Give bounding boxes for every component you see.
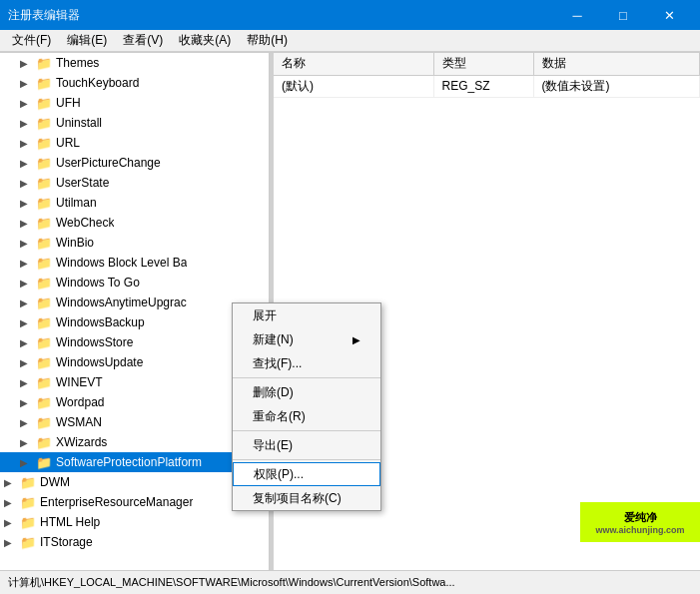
tree-item[interactable]: ▶📁HTML Help	[0, 512, 269, 532]
tree-label: WebCheck	[56, 216, 114, 230]
context-menu-item[interactable]: 展开	[233, 303, 380, 327]
folder-icon: 📁	[20, 475, 36, 490]
col-type: 类型	[433, 53, 533, 75]
cell-data: (数值未设置)	[533, 75, 700, 97]
tree-item[interactable]: ▶📁UserState	[0, 173, 269, 193]
watermark-line1: 爱纯净	[624, 510, 657, 525]
context-menu-item[interactable]: 重命名(R)	[233, 404, 380, 428]
menu-item-a[interactable]: 收藏夹(A)	[171, 30, 239, 51]
tree-item[interactable]: ▶📁URL	[0, 133, 269, 153]
tree-arrow-icon: ▶	[20, 357, 36, 368]
tree-label: URL	[56, 136, 80, 150]
folder-icon: 📁	[20, 515, 36, 530]
tree-label: UFH	[56, 96, 81, 110]
ctx-item-label: 展开	[253, 307, 277, 324]
tree-label: EnterpriseResourceManager	[40, 495, 193, 509]
tree-label: XWizards	[56, 435, 107, 449]
tree-arrow-icon: ▶	[20, 317, 36, 328]
tree-item[interactable]: ▶📁DWM	[0, 472, 269, 492]
window-title: 注册表编辑器	[8, 7, 80, 24]
context-menu-item[interactable]: 权限(P)...	[233, 462, 380, 486]
menu-item-e[interactable]: 编辑(E)	[59, 30, 115, 51]
tree-label: Wordpad	[56, 395, 104, 409]
registry-table: 名称 类型 数据 (默认)REG_SZ(数值未设置)	[274, 53, 700, 98]
tree-item[interactable]: ▶📁EnterpriseResourceManager	[0, 492, 269, 512]
tree-item[interactable]: ▶📁Uninstall	[0, 113, 269, 133]
tree-label: WindowsUpdate	[56, 355, 143, 369]
ctx-item-label: 删除(D)	[253, 384, 294, 401]
ctx-item-label: 权限(P)...	[254, 466, 304, 483]
context-menu-separator	[233, 459, 380, 460]
tree-scroll[interactable]: ▶📁Themes▶📁TouchKeyboard▶📁UFH▶📁Uninstall▶…	[0, 53, 269, 570]
tree-item[interactable]: ▶📁WebCheck	[0, 213, 269, 233]
tree-item[interactable]: ▶📁WindowsStore	[0, 332, 269, 352]
tree-item[interactable]: ▶📁XWizards	[0, 432, 269, 452]
tree-arrow-icon: ▶	[20, 198, 36, 209]
tree-label: DWM	[40, 475, 70, 489]
tree-item[interactable]: ▶📁Wordpad	[0, 392, 269, 412]
tree-panel: ▶📁Themes▶📁TouchKeyboard▶📁UFH▶📁Uninstall▶…	[0, 53, 270, 570]
context-menu-item[interactable]: 删除(D)	[233, 380, 380, 404]
context-menu-item[interactable]: 复制项目名称(C)	[233, 486, 380, 510]
folder-icon: 📁	[36, 56, 52, 71]
tree-item[interactable]: ▶📁Themes	[0, 53, 269, 73]
tree-item[interactable]: ▶📁WinBio	[0, 233, 269, 253]
folder-icon: 📁	[36, 355, 52, 370]
tree-label: HTML Help	[40, 515, 100, 529]
ctx-item-label: 查找(F)...	[253, 355, 302, 372]
tree-arrow-icon: ▶	[20, 297, 36, 308]
tree-arrow-icon: ▶	[20, 377, 36, 388]
tree-item[interactable]: ▶📁Windows To Go	[0, 273, 269, 293]
folder-icon: 📁	[36, 415, 52, 430]
maximize-button[interactable]: □	[600, 0, 646, 30]
cell-name: (默认)	[274, 75, 433, 97]
tree-item[interactable]: ▶📁WindowsBackup	[0, 312, 269, 332]
context-menu-item[interactable]: 新建(N)▶	[233, 327, 380, 351]
tree-label: WINEVT	[56, 375, 103, 389]
tree-item[interactable]: ▶📁WindowsAnytimeUpgrac	[0, 293, 269, 312]
tree-arrow-icon: ▶	[4, 477, 20, 488]
folder-icon: 📁	[36, 375, 52, 390]
menu-item-v[interactable]: 查看(V)	[115, 30, 171, 51]
main-area: ▶📁Themes▶📁TouchKeyboard▶📁UFH▶📁Uninstall▶…	[0, 52, 700, 570]
context-menu: 展开新建(N)▶查找(F)...删除(D)重命名(R)导出(E)权限(P)...…	[232, 302, 381, 511]
tree-item[interactable]: ▶📁Windows Block Level Ba	[0, 253, 269, 273]
tree-item[interactable]: ▶📁UFH	[0, 93, 269, 113]
tree-label: TouchKeyboard	[56, 76, 139, 90]
tree-label: WindowsAnytimeUpgrac	[56, 296, 187, 309]
tree-item[interactable]: ▶📁WINEVT	[0, 372, 269, 392]
tree-label: UserPictureChange	[56, 156, 161, 170]
col-name: 名称	[274, 53, 433, 75]
watermark-line2: www.aichunjing.com	[595, 525, 684, 535]
folder-icon: 📁	[36, 116, 52, 131]
close-button[interactable]: ✕	[646, 0, 692, 30]
ctx-item-label: 导出(E)	[253, 437, 293, 454]
tree-item[interactable]: ▶📁WindowsUpdate	[0, 352, 269, 372]
tree-arrow-icon: ▶	[4, 497, 20, 508]
tree-arrow-icon: ▶	[4, 537, 20, 548]
tree-arrow-icon: ▶	[20, 58, 36, 69]
context-menu-item[interactable]: 导出(E)	[233, 433, 380, 457]
tree-item[interactable]: ▶📁Utilman	[0, 193, 269, 213]
tree-item[interactable]: ▶📁UserPictureChange	[0, 153, 269, 173]
context-menu-item[interactable]: 查找(F)...	[233, 351, 380, 375]
tree-arrow-icon: ▶	[20, 337, 36, 348]
tree-item[interactable]: ▶📁TouchKeyboard	[0, 73, 269, 93]
minimize-button[interactable]: ─	[554, 0, 600, 30]
context-menu-separator	[233, 377, 380, 378]
tree-item[interactable]: ▶📁SoftwareProtectionPlatform	[0, 452, 269, 472]
tree-arrow-icon: ▶	[20, 158, 36, 169]
tree-label: WindowsStore	[56, 335, 133, 349]
watermark: 爱纯净 www.aichunjing.com	[580, 502, 700, 542]
folder-icon: 📁	[36, 236, 52, 251]
folder-icon: 📁	[36, 395, 52, 410]
tree-label: Windows To Go	[56, 276, 140, 290]
status-bar: 计算机\HKEY_LOCAL_MACHINE\SOFTWARE\Microsof…	[0, 570, 700, 594]
window-controls: ─ □ ✕	[554, 0, 692, 30]
menu-item-h[interactable]: 帮助(H)	[239, 30, 296, 51]
tree-item[interactable]: ▶📁ITStorage	[0, 532, 269, 552]
tree-item[interactable]: ▶📁WSMAN	[0, 412, 269, 432]
table-row[interactable]: (默认)REG_SZ(数值未设置)	[274, 75, 700, 97]
menu-item-f[interactable]: 文件(F)	[4, 30, 59, 51]
folder-icon: 📁	[36, 216, 52, 231]
